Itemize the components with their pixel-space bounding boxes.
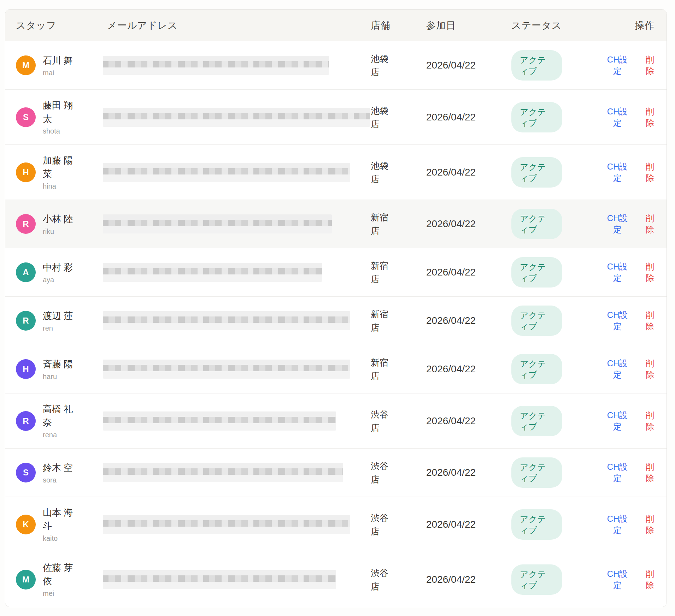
ch-settings-link[interactable]: CH設定 <box>605 106 630 129</box>
staff-name: 佐藤 芽依 <box>43 561 80 588</box>
avatar-initial: S <box>23 112 29 122</box>
staff-cell: H 加藤 陽菜 hina <box>16 154 103 191</box>
email-redacted-blur <box>103 108 370 127</box>
status-cell: アクティブ <box>502 102 578 132</box>
joined-cell: 2026/04/22 <box>426 60 502 71</box>
staff-name-block: 斉藤 陽 haru <box>43 357 80 381</box>
delete-link[interactable]: 削除 <box>645 106 655 129</box>
joined-cell: 2026/04/22 <box>426 315 502 326</box>
staff-romaji: haru <box>43 372 80 381</box>
store-cell: 渋谷店 <box>371 408 426 434</box>
store-cell: 池袋店 <box>371 104 426 131</box>
avatar: K <box>16 515 36 534</box>
store-name: 池袋店 <box>371 104 391 131</box>
avatar: M <box>16 570 36 590</box>
delete-link[interactable]: 削除 <box>645 213 655 235</box>
ch-settings-link[interactable]: CH設定 <box>605 161 630 184</box>
actions-cell: CH設定 削除 <box>578 213 667 235</box>
delete-link[interactable]: 削除 <box>645 568 655 591</box>
status-cell: アクティブ <box>502 354 578 384</box>
store-cell: 新宿店 <box>371 356 426 383</box>
avatar-initial: M <box>22 60 29 70</box>
status-cell: アクティブ <box>502 257 578 288</box>
actions-cell: CH設定 削除 <box>578 106 667 129</box>
joined-cell: 2026/04/22 <box>426 167 502 178</box>
store-name: 渋谷店 <box>371 566 391 593</box>
table-row: R 高橋 礼奈 rena 渋谷店 2026/04/22 アクティブ CH設定 削… <box>5 393 667 449</box>
email-redacted-blur <box>103 411 336 431</box>
email-redacted-blur <box>103 163 350 182</box>
staff-name-block: 佐藤 芽依 mei <box>43 561 80 598</box>
ch-settings-link[interactable]: CH設定 <box>605 213 630 235</box>
column-header-joined: 参加日 <box>426 19 502 32</box>
ch-settings-link[interactable]: CH設定 <box>605 410 630 432</box>
avatar: M <box>16 55 36 75</box>
status-cell: アクティブ <box>502 209 578 239</box>
store-name: 池袋店 <box>371 159 391 186</box>
email-redacted-blur <box>103 214 332 233</box>
staff-romaji: aya <box>43 275 80 284</box>
avatar: A <box>16 262 36 282</box>
email-cell <box>103 463 371 482</box>
joined-cell: 2026/04/22 <box>426 267 502 278</box>
staff-name: 山本 海斗 <box>43 506 80 533</box>
staff-romaji: hina <box>43 182 80 191</box>
ch-settings-link[interactable]: CH設定 <box>605 461 630 484</box>
store-cell: 池袋店 <box>371 52 426 79</box>
ch-settings-link[interactable]: CH設定 <box>605 54 630 77</box>
avatar: R <box>16 411 36 431</box>
staff-name: 高橋 礼奈 <box>43 402 80 429</box>
delete-link[interactable]: 削除 <box>645 261 655 284</box>
delete-link[interactable]: 削除 <box>645 410 655 432</box>
staff-cell: M 佐藤 芽依 mei <box>16 561 103 598</box>
email-cell <box>103 263 371 282</box>
ch-settings-link[interactable]: CH設定 <box>605 358 630 380</box>
avatar: S <box>16 463 36 482</box>
staff-romaji: ren <box>43 324 80 333</box>
email-redacted-blur <box>103 463 343 482</box>
status-badge: アクティブ <box>511 457 562 488</box>
store-name: 新宿店 <box>371 211 391 237</box>
staff-name-block: 石川 舞 mai <box>43 54 80 77</box>
staff-name: 石川 舞 <box>43 54 80 67</box>
delete-link[interactable]: 削除 <box>645 161 655 184</box>
staff-cell: R 小林 陸 riku <box>16 212 103 236</box>
delete-link[interactable]: 削除 <box>645 461 655 484</box>
table-row: K 山本 海斗 kaito 渋谷店 2026/04/22 アクティブ CH設定 … <box>5 497 667 552</box>
email-redacted-blur <box>103 311 350 330</box>
status-badge: アクティブ <box>511 509 562 540</box>
table-row: H 加藤 陽菜 hina 池袋店 2026/04/22 アクティブ CH設定 削… <box>5 145 667 200</box>
staff-name: 渡辺 蓮 <box>43 309 80 322</box>
avatar-initial: R <box>23 416 29 426</box>
store-cell: 新宿店 <box>371 307 426 334</box>
status-cell: アクティブ <box>502 157 578 188</box>
joined-cell: 2026/04/22 <box>426 415 502 427</box>
email-redacted-blur <box>103 570 336 589</box>
staff-name-block: 小林 陸 riku <box>43 212 80 236</box>
delete-link[interactable]: 削除 <box>645 54 655 77</box>
store-name: 新宿店 <box>371 259 391 286</box>
store-cell: 渋谷店 <box>371 459 426 486</box>
joined-date: 2026/04/22 <box>426 415 476 426</box>
staff-romaji: riku <box>43 227 80 236</box>
delete-link[interactable]: 削除 <box>645 358 655 380</box>
email-redacted-blur <box>103 515 350 534</box>
email-cell <box>103 108 371 127</box>
avatar: R <box>16 214 36 234</box>
staff-romaji: sora <box>43 475 80 485</box>
delete-link[interactable]: 削除 <box>645 309 655 332</box>
ch-settings-link[interactable]: CH設定 <box>605 261 630 284</box>
ch-settings-link[interactable]: CH設定 <box>605 513 630 536</box>
ch-settings-link[interactable]: CH設定 <box>605 568 630 591</box>
avatar: R <box>16 311 36 331</box>
table-body: M 石川 舞 mai 池袋店 2026/04/22 アクティブ CH設定 削除 … <box>5 41 667 607</box>
ch-settings-link[interactable]: CH設定 <box>605 309 630 332</box>
store-cell: 新宿店 <box>371 211 426 237</box>
email-cell <box>103 311 371 330</box>
email-redacted-blur <box>103 263 322 282</box>
staff-cell: R 高橋 礼奈 rena <box>16 402 103 439</box>
column-header-store: 店舗 <box>371 19 426 32</box>
joined-date: 2026/04/22 <box>426 167 476 178</box>
avatar-initial: S <box>23 468 29 478</box>
delete-link[interactable]: 削除 <box>645 513 655 536</box>
